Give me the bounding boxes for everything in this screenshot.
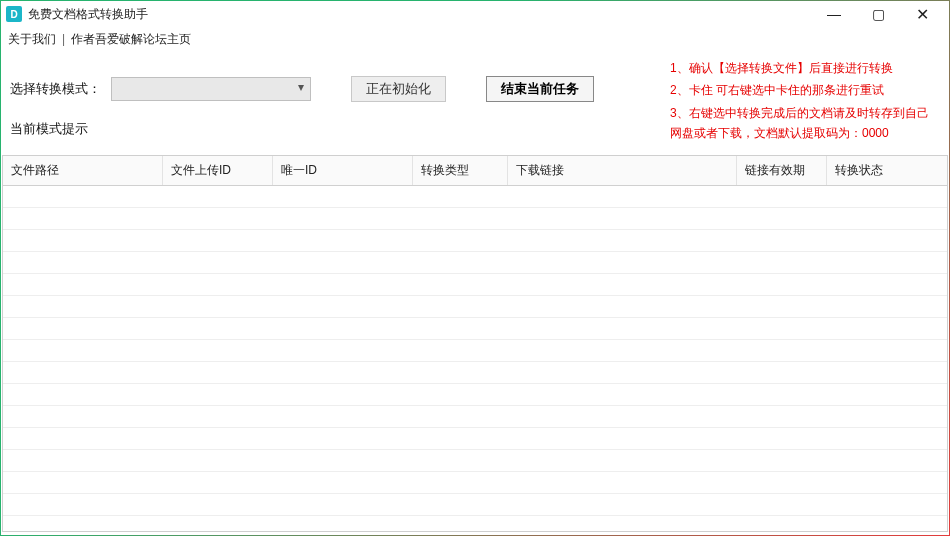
titlebar: D 免费文档格式转换助手 — ▢ ✕ bbox=[0, 0, 950, 28]
window-title: 免费文档格式转换助手 bbox=[28, 6, 148, 23]
app-icon: D bbox=[6, 6, 22, 22]
current-mode-hint: 当前模式提示 bbox=[10, 120, 594, 138]
minimize-button[interactable]: — bbox=[812, 1, 856, 27]
table-row[interactable] bbox=[3, 274, 947, 296]
table-row[interactable] bbox=[3, 340, 947, 362]
table-row[interactable] bbox=[3, 406, 947, 428]
col-file-path[interactable]: 文件路径 bbox=[3, 156, 163, 185]
toolbar: 选择转换模式： 正在初始化 结束当前任务 当前模式提示 1、确认【选择转换文件】… bbox=[0, 50, 950, 150]
col-convert-type[interactable]: 转换类型 bbox=[413, 156, 508, 185]
tip-line-1: 1、确认【选择转换文件】后直接进行转换 bbox=[670, 58, 940, 78]
mode-label: 选择转换模式： bbox=[10, 80, 101, 98]
table-row[interactable] bbox=[3, 362, 947, 384]
table-row[interactable] bbox=[3, 186, 947, 208]
menu-about[interactable]: 关于我们 bbox=[8, 31, 56, 48]
window-controls: — ▢ ✕ bbox=[812, 1, 944, 27]
grid-body[interactable] bbox=[3, 186, 947, 531]
maximize-button[interactable]: ▢ bbox=[856, 1, 900, 27]
table-row[interactable] bbox=[3, 450, 947, 472]
menubar: 关于我们 | 作者吾爱破解论坛主页 bbox=[0, 28, 950, 50]
end-task-button[interactable]: 结束当前任务 bbox=[486, 76, 594, 102]
data-grid[interactable]: 文件路径 文件上传ID 唯一ID 转换类型 下载链接 链接有效期 转换状态 bbox=[2, 155, 948, 532]
table-row[interactable] bbox=[3, 428, 947, 450]
tip-line-3: 3、右键选中转换完成后的文档请及时转存到自己网盘或者下载，文档默认提取码为：00… bbox=[670, 103, 940, 144]
table-row[interactable] bbox=[3, 296, 947, 318]
mode-select[interactable] bbox=[111, 77, 311, 101]
col-status[interactable]: 转换状态 bbox=[827, 156, 947, 185]
col-unique-id[interactable]: 唯一ID bbox=[273, 156, 413, 185]
table-row[interactable] bbox=[3, 472, 947, 494]
table-row[interactable] bbox=[3, 230, 947, 252]
table-row[interactable] bbox=[3, 318, 947, 340]
col-upload-id[interactable]: 文件上传ID bbox=[163, 156, 273, 185]
grid-header: 文件路径 文件上传ID 唯一ID 转换类型 下载链接 链接有效期 转换状态 bbox=[3, 156, 947, 186]
initializing-button[interactable]: 正在初始化 bbox=[351, 76, 446, 102]
table-row[interactable] bbox=[3, 252, 947, 274]
table-row[interactable] bbox=[3, 494, 947, 516]
close-button[interactable]: ✕ bbox=[900, 1, 944, 27]
table-row[interactable] bbox=[3, 208, 947, 230]
tips-panel: 1、确认【选择转换文件】后直接进行转换 2、卡住 可右键选中卡住的那条进行重试 … bbox=[670, 58, 940, 146]
col-link-valid[interactable]: 链接有效期 bbox=[737, 156, 827, 185]
menu-author-page[interactable]: 作者吾爱破解论坛主页 bbox=[71, 31, 191, 48]
tip-line-2: 2、卡住 可右键选中卡住的那条进行重试 bbox=[670, 80, 940, 100]
menu-separator: | bbox=[62, 32, 65, 46]
col-download-link[interactable]: 下载链接 bbox=[508, 156, 737, 185]
table-row[interactable] bbox=[3, 384, 947, 406]
